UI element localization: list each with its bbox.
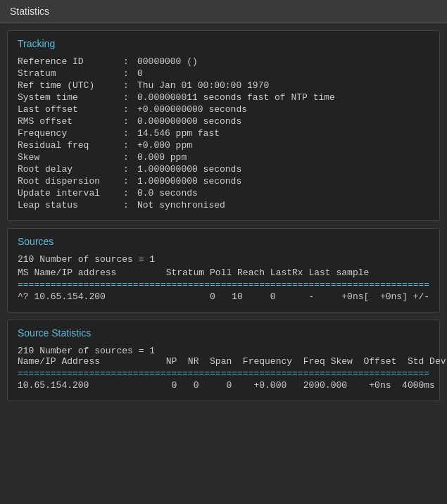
tracking-val: +0.000000000 seconds bbox=[137, 104, 429, 115]
tracking-sep: : bbox=[123, 128, 137, 139]
sources-rows: ^? 10.65.154.200 0 10 0 - +0ns[ +0ns] +/… bbox=[18, 291, 429, 302]
source-stats-divider: ========================================… bbox=[18, 368, 429, 379]
page-title: Statistics bbox=[10, 6, 49, 17]
sources-data-row: ^? 10.65.154.200 0 10 0 - +0ns[ +0ns] +/… bbox=[18, 291, 429, 302]
tracking-key: Leap status bbox=[18, 200, 123, 210]
tracking-key: RMS offset bbox=[18, 116, 123, 127]
tracking-key: Stratum bbox=[18, 68, 123, 79]
tracking-key: Root delay bbox=[18, 164, 123, 175]
tracking-val: 1.000000000 seconds bbox=[137, 176, 429, 187]
tracking-val: 0.000000011 seconds fast of NTP time bbox=[137, 92, 429, 103]
tracking-sep: : bbox=[123, 68, 137, 79]
tracking-val: 0.000000000 seconds bbox=[137, 116, 429, 127]
tracking-sep: : bbox=[123, 164, 137, 175]
source-stats-info: 210 Number of sources = 1 bbox=[18, 346, 429, 356]
tracking-key: Ref time (UTC) bbox=[18, 80, 123, 91]
source-stats-title: Source Statistics bbox=[18, 327, 429, 339]
tracking-val: Thu Jan 01 00:00:00 1970 bbox=[137, 80, 429, 91]
tracking-val: 1.000000000 seconds bbox=[137, 164, 429, 175]
tracking-val: 0 bbox=[137, 68, 429, 79]
source-stats-section: Source Statistics 210 Number of sources … bbox=[7, 320, 440, 401]
tracking-title: Tracking bbox=[18, 38, 429, 49]
sources-title: Sources bbox=[18, 236, 429, 247]
sources-section: Sources 210 Number of sources = 1 MS Nam… bbox=[7, 228, 440, 313]
tracking-sep: : bbox=[123, 104, 137, 115]
source-stats-rows: 10.65.154.200 0 0 0 +0.000 2000.000 +0ns… bbox=[18, 380, 429, 391]
tracking-key: Frequency bbox=[18, 128, 123, 139]
tracking-val: Not synchronised bbox=[137, 200, 429, 210]
tracking-val: 0.000 ppm bbox=[137, 152, 429, 163]
tracking-grid: Reference ID : 00000000 ()Stratum : 0Ref… bbox=[18, 56, 429, 210]
tracking-sep: : bbox=[123, 188, 137, 199]
tracking-sep: : bbox=[123, 200, 137, 210]
page-title-bar: Statistics bbox=[0, 0, 447, 23]
main-container: Statistics Tracking Reference ID : 00000… bbox=[0, 0, 447, 504]
tracking-sep: : bbox=[123, 152, 137, 163]
tracking-sep: : bbox=[123, 140, 137, 151]
tracking-key: Skew bbox=[18, 152, 123, 163]
tracking-val: 0.0 seconds bbox=[137, 188, 429, 199]
tracking-key: System time bbox=[18, 92, 123, 103]
source-stats-data-row: 10.65.154.200 0 0 0 +0.000 2000.000 +0ns… bbox=[18, 380, 429, 391]
tracking-sep: : bbox=[123, 80, 137, 91]
sources-info: 210 Number of sources = 1 bbox=[18, 254, 429, 265]
tracking-sep: : bbox=[123, 56, 137, 67]
tracking-key: Root dispersion bbox=[18, 176, 123, 187]
tracking-key: Update interval bbox=[18, 188, 123, 199]
tracking-val: +0.000 ppm bbox=[137, 140, 429, 151]
sources-header: MS Name/IP address Stratum Poll Reach La… bbox=[18, 267, 429, 278]
tracking-sep: : bbox=[123, 176, 137, 187]
tracking-key: Residual freq bbox=[18, 140, 123, 151]
tracking-val: 00000000 () bbox=[137, 56, 429, 67]
tracking-sep: : bbox=[123, 92, 137, 103]
tracking-section: Tracking Reference ID : 00000000 ()Strat… bbox=[7, 30, 440, 221]
tracking-key: Last offset bbox=[18, 104, 123, 115]
source-stats-header: Name/IP Address NP NR Span Frequency Fre… bbox=[18, 356, 429, 367]
sources-divider: ========================================… bbox=[18, 279, 429, 290]
tracking-key: Reference ID bbox=[18, 56, 123, 67]
tracking-sep: : bbox=[123, 116, 137, 127]
tracking-val: 14.546 ppm fast bbox=[137, 128, 429, 139]
